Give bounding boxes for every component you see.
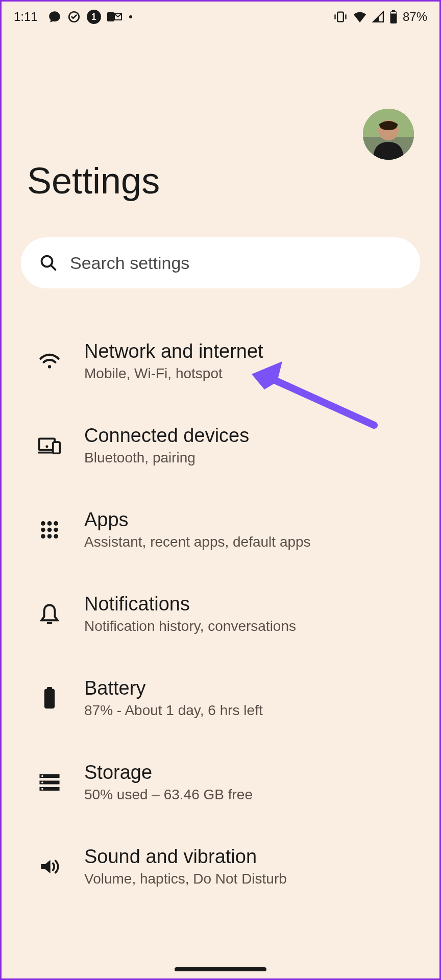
battery-icon [389, 10, 398, 23]
item-title: Sound and vibration [84, 846, 414, 868]
device-frame: 1:11 1 [0, 0, 441, 980]
storage-icon [37, 770, 62, 795]
settings-item-devices[interactable]: Connected devices Bluetooth, pairing [2, 403, 439, 487]
battery-percent: 87% [403, 10, 427, 24]
svg-point-26 [47, 534, 52, 538]
search-bar[interactable] [21, 237, 420, 288]
svg-point-21 [54, 521, 58, 526]
status-clock: 1:11 [14, 10, 38, 24]
svg-point-24 [54, 527, 58, 532]
nav-handle[interactable] [175, 967, 266, 971]
svg-point-35 [41, 781, 43, 783]
svg-point-36 [41, 788, 43, 790]
item-title: Apps [84, 509, 414, 531]
settings-item-notifications[interactable]: Notifications Notification history, conv… [2, 572, 439, 656]
svg-point-20 [47, 521, 52, 526]
svg-rect-17 [53, 442, 60, 453]
cellular-icon [372, 11, 384, 22]
item-subtitle: Volume, haptics, Do Not Disturb [84, 871, 414, 887]
wifi-icon [353, 11, 367, 22]
item-title: Storage [84, 762, 414, 783]
svg-point-23 [47, 527, 52, 532]
svg-point-22 [41, 527, 45, 532]
settings-list: Network and internet Mobile, Wi-Fi, hots… [2, 314, 439, 914]
svg-rect-30 [44, 689, 55, 708]
settings-item-storage[interactable]: Storage 50% used – 63.46 GB free [2, 740, 439, 824]
item-subtitle: Bluetooth, pairing [84, 450, 414, 466]
svg-point-14 [48, 365, 51, 368]
item-subtitle: Mobile, Wi-Fi, hotspot [84, 365, 414, 382]
wifi-icon [37, 349, 62, 374]
battery-icon [37, 686, 62, 710]
status-right: 87% [333, 10, 427, 24]
svg-line-13 [51, 265, 56, 270]
svg-rect-3 [337, 12, 344, 22]
svg-point-18 [45, 445, 48, 448]
item-title: Connected devices [84, 425, 414, 447]
item-title: Notifications [84, 593, 414, 615]
svg-rect-1 [107, 12, 114, 21]
page-title: Settings [27, 160, 414, 202]
search-icon [39, 254, 58, 272]
status-bar: 1:11 1 [2, 2, 439, 32]
header: Settings [2, 32, 439, 222]
sync-icon [67, 10, 81, 23]
status-left: 1:11 1 [14, 10, 133, 24]
item-subtitle: 50% used – 63.46 GB free [84, 787, 414, 803]
chat-icon [48, 10, 61, 23]
devices-icon [37, 433, 62, 458]
settings-item-apps[interactable]: Apps Assistant, recent apps, default app… [2, 487, 439, 572]
more-dot-icon [129, 15, 133, 19]
item-title: Network and internet [84, 340, 414, 362]
settings-item-network[interactable]: Network and internet Mobile, Wi-Fi, hots… [2, 319, 439, 403]
search-input[interactable] [70, 253, 402, 273]
settings-item-battery[interactable]: Battery 87% - About 1 day, 6 hrs left [2, 656, 439, 740]
item-subtitle: Assistant, recent apps, default apps [84, 534, 414, 550]
svg-point-27 [54, 534, 58, 538]
avatar[interactable] [363, 109, 414, 160]
item-subtitle: Notification history, conversations [84, 618, 414, 634]
notifications-icon [37, 602, 62, 626]
settings-item-sound[interactable]: Sound and vibration Volume, haptics, Do … [2, 824, 439, 909]
item-title: Battery [84, 677, 414, 699]
outlook-icon [107, 11, 122, 23]
sound-icon [37, 854, 62, 879]
svg-point-19 [41, 521, 45, 526]
svg-point-25 [41, 534, 45, 538]
vibrate-icon [333, 11, 348, 23]
svg-rect-8 [391, 12, 397, 13]
item-subtitle: 87% - About 1 day, 6 hrs left [84, 702, 414, 719]
notification-count-badge: 1 [87, 10, 101, 24]
apps-icon [37, 518, 62, 542]
svg-point-34 [41, 775, 43, 777]
svg-point-2 [129, 15, 132, 18]
